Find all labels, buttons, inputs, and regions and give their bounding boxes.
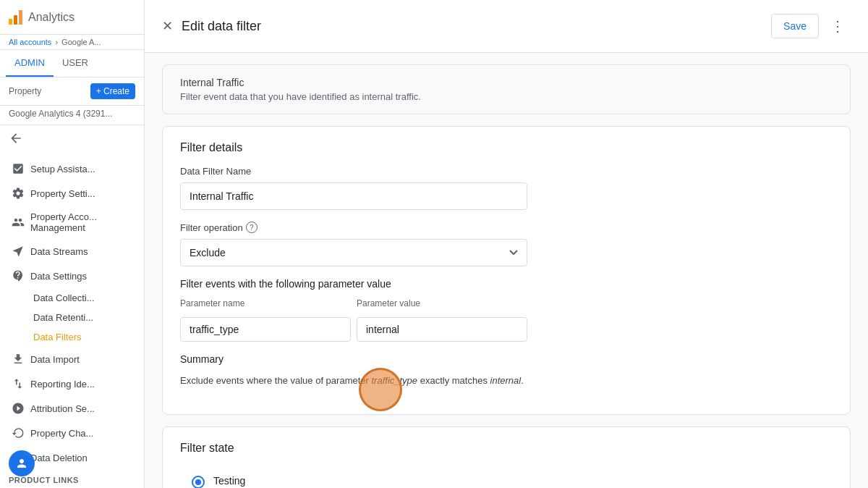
sidebar-item-attribution[interactable]: Attribution Se... — [0, 396, 144, 421]
radio-btn-testing[interactable] — [192, 476, 205, 489]
param-value-header: Parameter value — [357, 298, 527, 311]
internal-traffic-title: Internal Traffic — [180, 77, 833, 88]
modal-close-button[interactable]: ✕ — [162, 18, 173, 34]
main-content: ✕ Edit data filter Save ⋮ Internal Traff… — [145, 0, 868, 488]
sidebar-item-reporting[interactable]: Reporting Ide... — [0, 371, 144, 396]
radio-testing-label: Testing — [213, 475, 734, 487]
filter-state-title: Filter state — [180, 442, 833, 455]
user-avatar[interactable] — [9, 450, 35, 476]
sidebar-item-reporting-label: Reporting Ide... — [30, 379, 95, 390]
create-button[interactable]: + Create — [90, 83, 135, 99]
sidebar-item-property-access-label: Property Acco... Management — [30, 211, 135, 233]
sidebar-item-setup-label: Setup Assista... — [30, 164, 95, 174]
more-options-button[interactable]: ⋮ — [825, 12, 851, 41]
data-filter-name-field: Data Filter Name — [180, 166, 833, 210]
admin-user-tabs: ADMIN USER — [0, 50, 144, 77]
filter-state-card: Filter state Testing This filter will be… — [162, 426, 851, 489]
summary-title: Summary — [180, 353, 833, 365]
sidebar-item-setup[interactable]: Setup Assista... — [0, 156, 144, 181]
modal-title-section: ✕ Edit data filter — [162, 18, 261, 34]
summary-text-3: . — [521, 375, 524, 386]
sidebar-item-data-import[interactable]: Data Import — [0, 347, 144, 371]
internal-traffic-card: Internal Traffic Filter event data that … — [162, 64, 851, 114]
param-value-value: internal — [357, 317, 527, 342]
param-name-header: Parameter name — [180, 298, 351, 311]
sidebar-item-property-changes[interactable]: Property Cha... — [0, 421, 144, 445]
property-section: Property + Create — [0, 77, 144, 106]
summary-section: Summary Exclude events where the value o… — [180, 353, 833, 388]
sidebar-menu: Setup Assista... Property Setti... Prope… — [0, 153, 144, 488]
property-label: Property — [9, 86, 41, 96]
filter-operation-field: Filter operation ? Exclude Include — [180, 222, 833, 266]
param-name-value: traffic_type — [180, 317, 351, 342]
data-filter-name-label: Data Filter Name — [180, 166, 833, 177]
sidebar-item-data-streams-label: Data Streams — [30, 246, 88, 257]
summary-text: Exclude events where the value of parame… — [180, 374, 833, 388]
summary-italic-internal: internal — [490, 375, 522, 386]
param-section-title: Filter events with the following paramet… — [180, 278, 833, 290]
radio-option-testing[interactable]: Testing This filter will be evaluated an… — [180, 466, 833, 489]
filter-operation-select[interactable]: Exclude Include — [180, 239, 527, 266]
radio-testing-content: Testing This filter will be evaluated an… — [213, 475, 734, 489]
param-table: Parameter name Parameter value traffic_t… — [180, 298, 527, 342]
sidebar-item-attribution-label: Attribution Se... — [30, 403, 95, 414]
app-header: Analytics — [0, 0, 144, 35]
modal-actions: Save ⋮ — [771, 12, 851, 41]
tab-user[interactable]: USER — [54, 50, 97, 77]
internal-traffic-description: Filter event data that you have identifi… — [180, 91, 833, 102]
logo-icon — [9, 10, 22, 25]
summary-text-1: Exclude events where the value of parame… — [180, 375, 371, 386]
ga-property: Google Analytics 4 (3291... — [0, 106, 144, 125]
modal-body: Internal Traffic Filter event data that … — [145, 53, 868, 488]
sidebar-item-data-settings[interactable]: Data Settings — [0, 264, 144, 288]
summary-text-2: exactly matches — [417, 375, 490, 386]
sidebar-sub-data-retention[interactable]: Data Retenti... — [0, 308, 144, 327]
tab-admin[interactable]: ADMIN — [6, 50, 54, 77]
back-button[interactable] — [0, 125, 144, 153]
sidebar-sub-data-filters[interactable]: Data Filters — [0, 327, 144, 347]
filter-details-card: Filter details Data Filter Name Filter o… — [162, 126, 851, 415]
sidebar-item-property-settings-label: Property Setti... — [30, 188, 95, 199]
modal-overlay: ✕ Edit data filter Save ⋮ Internal Traff… — [145, 0, 868, 488]
sidebar-item-property-settings[interactable]: Property Setti... — [0, 181, 144, 206]
data-filter-name-input[interactable] — [180, 182, 527, 210]
sidebar-item-data-streams[interactable]: Data Streams — [0, 239, 144, 264]
sidebar-item-data-deletion-label: Data Deletion — [30, 453, 88, 463]
breadcrumb-all-accounts[interactable]: All accounts — [9, 38, 51, 46]
breadcrumb: All accounts › Google A... — [0, 35, 144, 50]
filter-operation-label: Filter operation ? — [180, 222, 833, 233]
filter-details-title: Filter details — [180, 141, 833, 154]
modal-header: ✕ Edit data filter Save ⋮ — [145, 0, 868, 53]
app-name: Analytics — [28, 11, 75, 24]
sidebar-sub-data-collection[interactable]: Data Collecti... — [0, 288, 144, 308]
breadcrumb-ga: Google A... — [61, 38, 101, 46]
modal-title: Edit data filter — [182, 19, 261, 34]
summary-italic-traffic-type: traffic_type — [371, 375, 417, 386]
filter-operation-help-icon[interactable]: ? — [246, 222, 258, 233]
sidebar-item-data-settings-label: Data Settings — [30, 271, 87, 282]
param-section: Filter events with the following paramet… — [180, 278, 833, 342]
sidebar-item-property-access[interactable]: Property Acco... Management — [0, 206, 144, 239]
breadcrumb-arrow: › — [55, 38, 60, 46]
sidebar-item-property-changes-label: Property Cha... — [30, 428, 93, 439]
sidebar: Analytics All accounts › Google A... ADM… — [0, 0, 145, 488]
sidebar-item-data-import-label: Data Import — [30, 354, 80, 365]
analytics-logo: Analytics — [9, 10, 75, 25]
save-button[interactable]: Save — [771, 14, 819, 38]
